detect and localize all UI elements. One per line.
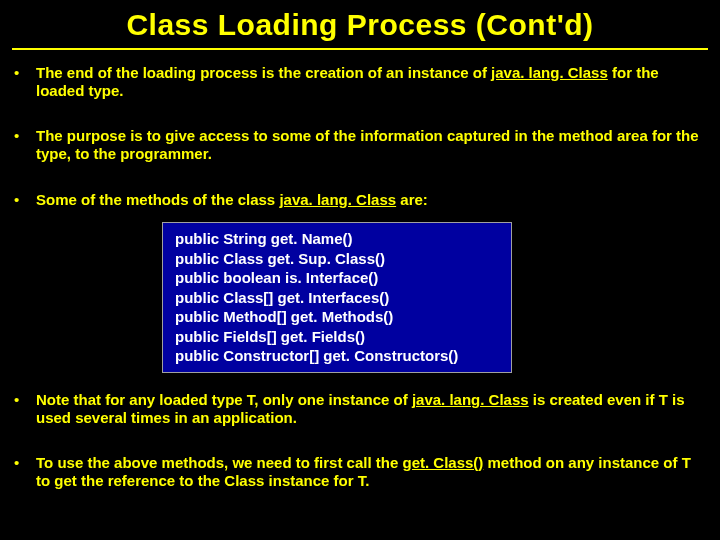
page-title: Class Loading Process (Cont'd) bbox=[12, 8, 708, 50]
list-item: • Note that for any loaded type T, only … bbox=[12, 391, 708, 426]
code-box: public String get. Name() public Class g… bbox=[162, 222, 512, 373]
bullet-marker: • bbox=[12, 191, 36, 209]
bullet-marker: • bbox=[12, 127, 36, 145]
bullet-marker: • bbox=[12, 454, 36, 472]
bullet-marker: • bbox=[12, 391, 36, 409]
code-line: public Method[] get. Methods() bbox=[175, 307, 499, 327]
code-line: public Fields[] get. Fields() bbox=[175, 327, 499, 347]
text-underline: java. lang. Class bbox=[279, 191, 396, 208]
text-run: Note that for any loaded type T, only on… bbox=[36, 391, 412, 408]
bullet-text: The purpose is to give access to some of… bbox=[36, 127, 708, 162]
list-item: • To use the above methods, we need to f… bbox=[12, 454, 708, 489]
text-run: To use the above methods, we need to fir… bbox=[36, 454, 402, 471]
slide: Class Loading Process (Cont'd) • The end… bbox=[0, 0, 720, 530]
code-line: public String get. Name() bbox=[175, 229, 499, 249]
bullet-text: Some of the methods of the class java. l… bbox=[36, 191, 708, 209]
text-underline: get. Class() bbox=[402, 454, 483, 471]
bullet-text: To use the above methods, we need to fir… bbox=[36, 454, 708, 489]
text-run: The end of the loading process is the cr… bbox=[36, 64, 491, 81]
text-run: Some of the methods of the class bbox=[36, 191, 279, 208]
list-item: • The purpose is to give access to some … bbox=[12, 127, 708, 162]
text-underline: java. lang. Class bbox=[491, 64, 608, 81]
code-line: public Class get. Sup. Class() bbox=[175, 249, 499, 269]
text-underline: java. lang. Class bbox=[412, 391, 529, 408]
bullet-text: The end of the loading process is the cr… bbox=[36, 64, 708, 99]
code-line: public boolean is. Interface() bbox=[175, 268, 499, 288]
list-item: • Some of the methods of the class java.… bbox=[12, 191, 708, 209]
list-item: • The end of the loading process is the … bbox=[12, 64, 708, 99]
code-line: public Class[] get. Interfaces() bbox=[175, 288, 499, 308]
code-line: public Constructor[] get. Constructors() bbox=[175, 346, 499, 366]
bullet-text: Note that for any loaded type T, only on… bbox=[36, 391, 708, 426]
text-run: are: bbox=[396, 191, 428, 208]
bullet-list: • The end of the loading process is the … bbox=[12, 64, 708, 208]
bullet-marker: • bbox=[12, 64, 36, 82]
bullet-list: • Note that for any loaded type T, only … bbox=[12, 391, 708, 490]
